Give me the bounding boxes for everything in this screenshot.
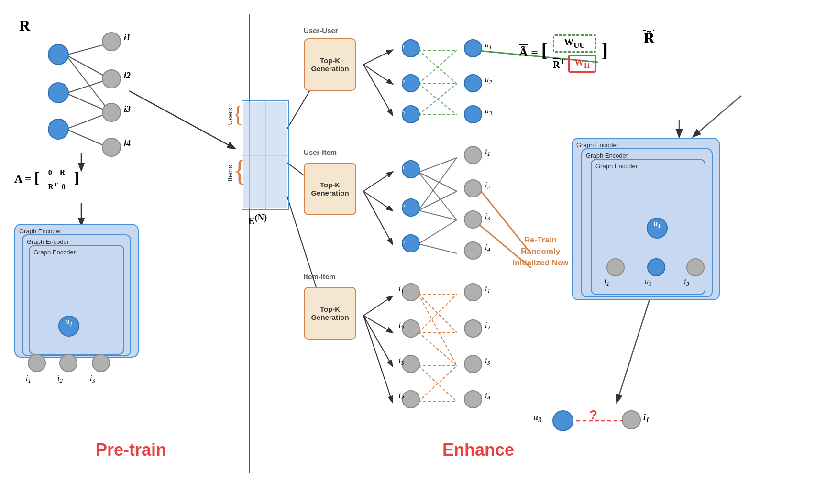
section-divider <box>249 14 250 473</box>
ii-node-i2-r <box>464 319 482 338</box>
ui-node-i4-r-label: i4 <box>485 243 490 253</box>
encoder-label-outer: Graph Encoder <box>19 228 61 235</box>
encoder-right-label-inner: Graph Encoder <box>595 163 638 170</box>
svg-line-27 <box>419 84 457 115</box>
ii-node-i4-r <box>464 390 482 408</box>
right-encoder-i3-label: i3 <box>684 277 689 288</box>
topk-box-uu: Top-K Generation <box>304 38 356 91</box>
node-i4-left-label: i4 <box>124 139 131 149</box>
embedding-matrix <box>242 100 289 210</box>
svg-line-37 <box>419 244 457 253</box>
right-encoder-u3 <box>647 258 665 276</box>
ui-node-i3-r <box>464 210 482 229</box>
svg-line-17 <box>363 191 392 210</box>
svg-line-22 <box>363 316 392 402</box>
ii-node-i4-r-label: i4 <box>485 392 490 402</box>
uu-node-u1-r <box>464 39 482 57</box>
svg-line-15 <box>363 65 392 115</box>
node-i3-left-label: i3 <box>124 104 131 114</box>
ii-node-i1-r <box>464 283 482 301</box>
matrix-A-formula: A = [ 0 R RT 0 ] <box>14 166 79 194</box>
node-u2-left-label: u2 <box>40 83 49 93</box>
svg-line-14 <box>363 65 392 84</box>
node-i1-left <box>102 32 121 51</box>
svg-line-44 <box>419 366 457 402</box>
right-encoder-i1-label: i1 <box>604 277 609 288</box>
embedding-label: E(N) <box>248 213 267 227</box>
svg-line-53 <box>617 296 650 402</box>
ii-node-i2-l-label: i2 <box>392 321 410 331</box>
node-i3-left <box>102 103 121 122</box>
encoder-layer-inner-pretrain: Graph Encoder <box>29 245 124 355</box>
svg-line-46 <box>419 332 457 366</box>
ui-node-i2-r-label: i2 <box>485 181 490 191</box>
svg-line-40 <box>419 294 457 332</box>
item-item-label: Item-Item <box>304 273 336 281</box>
uu-node-u2-r-label: u2 <box>485 76 492 86</box>
ii-node-i4-l-label: i4 <box>392 392 410 402</box>
svg-line-52 <box>694 96 741 136</box>
user-user-label: User-User <box>304 26 338 34</box>
svg-line-29 <box>419 84 457 115</box>
node-u2-left <box>48 82 69 103</box>
encoder-label-mid: Graph Encoder <box>27 238 69 245</box>
svg-line-16 <box>363 172 392 191</box>
query-node-u3 <box>552 410 573 431</box>
svg-line-39 <box>419 294 457 332</box>
svg-line-32 <box>419 172 457 220</box>
ii-node-i3-l-label: i3 <box>392 356 410 367</box>
query-u3-label: u3 <box>533 412 542 424</box>
ui-node-i1-r <box>464 146 482 164</box>
svg-line-19 <box>363 296 392 316</box>
node-u3-left <box>48 119 69 140</box>
uu-node-u1-l-label: u1 <box>392 41 410 51</box>
uu-node-u2-l-label: u2 <box>392 76 410 86</box>
svg-line-47 <box>419 294 457 366</box>
svg-line-30 <box>419 158 457 172</box>
node-i2-left-label: i2 <box>124 71 131 81</box>
retrain-label: Re-Train Randomly Initialized New <box>507 234 574 268</box>
right-encoder-i3 <box>686 258 705 276</box>
ui-node-i1-r-label: i1 <box>485 147 490 158</box>
uu-node-u3-r <box>464 105 482 123</box>
encoder-node-i3 <box>92 354 110 372</box>
svg-line-21 <box>363 316 392 366</box>
ii-node-i1-l-label: i1 <box>392 285 410 295</box>
svg-line-9 <box>129 91 234 148</box>
node-u1-left <box>48 44 69 65</box>
ui-node-i4-r <box>464 241 482 260</box>
svg-line-43 <box>419 366 457 402</box>
svg-line-35 <box>419 210 457 220</box>
query-question-mark: ? <box>589 407 597 423</box>
ui-node-u1-l-label: u1 <box>392 162 410 172</box>
encoder-node-i2-label: i2 <box>57 374 63 384</box>
uu-node-u2-r <box>464 74 482 92</box>
pretrain-label: Pre-train <box>96 440 166 460</box>
encoder-label-inner: Graph Encoder <box>33 249 76 256</box>
ii-node-i1-r-label: i1 <box>485 285 490 295</box>
main-diagram: R u1 u2 u3 i1 i2 i3 i4 A = [ 0 R RT 0 ] … <box>0 0 815 504</box>
query-node-i1 <box>622 410 641 429</box>
encoder-right-label-mid: Graph Encoder <box>586 152 628 159</box>
svg-line-34 <box>419 191 457 210</box>
svg-line-18 <box>363 191 392 244</box>
ui-node-u2-l-label: u2 <box>392 200 410 210</box>
right-encoder-u1-label: u1 <box>647 219 668 230</box>
encoder-node-u1-label: u1 <box>58 318 79 328</box>
svg-line-25 <box>419 50 457 84</box>
svg-line-33 <box>419 158 457 210</box>
encoder-node-i1 <box>28 354 46 372</box>
svg-line-31 <box>419 172 457 191</box>
encoder-node-i3-label: i3 <box>90 374 95 384</box>
ui-node-i2-r <box>464 179 482 197</box>
svg-line-36 <box>419 220 457 244</box>
node-u1-left-label: u1 <box>40 45 49 55</box>
topk-box-ii: Top-K Generation <box>304 287 356 340</box>
svg-line-13 <box>363 50 392 65</box>
enhance-label: Enhance <box>442 440 514 460</box>
ui-node-u3-l-label: u3 <box>392 236 410 246</box>
topk-box-ui: Top-K Generation <box>304 163 356 215</box>
a-tilde-formula: Ã = [ WUU RT WII ] R̃ <box>519 34 608 73</box>
right-encoder-u3-label: u3 <box>645 277 652 288</box>
encoder-node-i2 <box>59 354 77 372</box>
